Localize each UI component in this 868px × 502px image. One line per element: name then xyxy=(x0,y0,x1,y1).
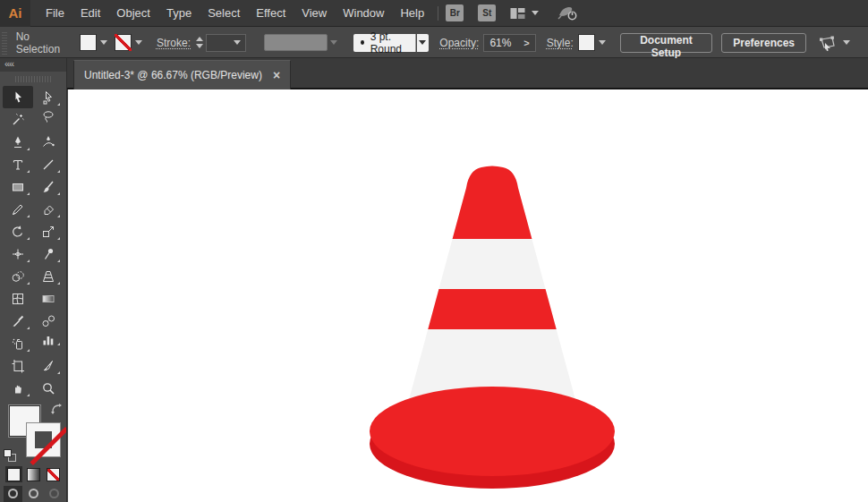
bridge-button[interactable]: Br xyxy=(446,4,464,21)
stroke-swatch-none[interactable] xyxy=(115,34,132,51)
artboard-tool[interactable] xyxy=(3,354,33,377)
opacity-value[interactable]: 61% xyxy=(489,37,511,49)
brush-preview-dot xyxy=(361,40,364,45)
opacity-field[interactable]: 61% > xyxy=(483,34,535,52)
menu-window[interactable]: Window xyxy=(335,0,392,27)
fill-swatch[interactable] xyxy=(80,34,97,51)
brush-definition-chevron[interactable] xyxy=(417,34,430,52)
graphic-style-control[interactable] xyxy=(578,34,606,51)
selection-tool[interactable] xyxy=(3,86,33,108)
stroke-color-control[interactable] xyxy=(115,34,142,51)
document-tab[interactable]: Untitled-3* @ 66.67% (RGB/Preview) × xyxy=(73,60,291,89)
chevron-down-icon[interactable] xyxy=(843,40,850,45)
flyout-indicator-icon xyxy=(27,215,30,217)
rectangle-tool[interactable] xyxy=(3,175,33,198)
mesh-tool[interactable] xyxy=(3,287,33,310)
style-panel-link[interactable]: Style: xyxy=(547,37,574,49)
menu-edit[interactable]: Edit xyxy=(72,0,108,27)
none-button[interactable] xyxy=(45,466,62,482)
menu-select[interactable]: Select xyxy=(200,0,248,27)
illustrator-window: Ai FileEditObjectTypeSelectEffectViewWin… xyxy=(0,0,868,502)
shaper-icon xyxy=(11,202,25,217)
stepper-up-icon[interactable] xyxy=(196,37,203,41)
menu-view[interactable]: View xyxy=(294,0,335,27)
slice-tool[interactable] xyxy=(33,354,64,377)
rotate-tool[interactable] xyxy=(3,220,33,242)
artboard-canvas[interactable] xyxy=(68,89,868,502)
zoom-tool[interactable] xyxy=(33,377,64,399)
menu-help[interactable]: Help xyxy=(392,0,432,27)
gradient-button[interactable] xyxy=(25,466,42,482)
shaper-tool[interactable] xyxy=(3,198,33,220)
menu-file[interactable]: File xyxy=(38,0,72,27)
panel-grip[interactable] xyxy=(2,31,7,55)
panel-collapse-button[interactable]: «« xyxy=(0,58,66,72)
flyout-indicator-icon xyxy=(57,343,60,345)
line-segment-icon xyxy=(41,157,55,172)
rotate-icon xyxy=(11,225,25,239)
select-similar-control[interactable] xyxy=(817,35,850,51)
traffic-cone-artwork[interactable] xyxy=(369,165,619,496)
opacity-expand-arrow[interactable]: > xyxy=(518,38,534,48)
swap-fill-stroke-icon[interactable] xyxy=(50,403,63,415)
stepper-down-icon[interactable] xyxy=(196,44,203,48)
gradient-tool[interactable] xyxy=(33,287,64,310)
perspective-grid-tool[interactable] xyxy=(33,265,64,287)
chevron-down-icon[interactable] xyxy=(135,40,142,45)
panel-drag-grip[interactable] xyxy=(15,76,51,82)
stock-button[interactable]: St xyxy=(478,4,496,21)
stroke-weight-stepper[interactable] xyxy=(196,37,203,48)
preferences-button[interactable]: Preferences xyxy=(721,33,806,53)
chevron-down-icon[interactable] xyxy=(100,40,107,45)
hand-tool[interactable] xyxy=(3,377,33,399)
draw-normal-icon[interactable] xyxy=(4,486,22,502)
opacity-panel-link[interactable]: Opacity: xyxy=(439,37,479,49)
eyedropper-tool[interactable] xyxy=(3,310,33,332)
pen-tool[interactable] xyxy=(3,131,33,153)
tool-grid xyxy=(0,86,66,399)
menu-object[interactable]: Object xyxy=(108,0,158,27)
menu-bar: Ai FileEditObjectTypeSelectEffectViewWin… xyxy=(0,0,868,27)
gpu-performance-icon[interactable] xyxy=(557,5,578,21)
column-graph-tool[interactable] xyxy=(33,332,64,348)
shape-builder-icon xyxy=(11,269,25,284)
width-icon xyxy=(11,247,25,261)
fill-color-control[interactable] xyxy=(80,34,107,51)
blend-tool[interactable] xyxy=(33,310,64,332)
direct-selection-tool[interactable] xyxy=(33,86,64,108)
mesh-icon xyxy=(11,292,25,306)
tab-close-icon[interactable]: × xyxy=(273,69,280,81)
stroke-color-box-none[interactable] xyxy=(27,423,60,456)
width-tool[interactable] xyxy=(3,242,33,265)
curvature-icon xyxy=(41,135,55,149)
brush-definition-dropdown[interactable]: 3 pt. Round xyxy=(353,34,416,52)
default-fill-stroke-icon[interactable] xyxy=(4,449,16,462)
artboard-icon xyxy=(11,359,25,373)
symbol-sprayer-tool[interactable] xyxy=(3,332,33,354)
flyout-indicator-icon xyxy=(27,394,30,396)
cone-base-top xyxy=(370,387,615,476)
line-segment-tool[interactable] xyxy=(33,153,64,175)
curvature-tool[interactable] xyxy=(33,131,64,153)
zoom-icon xyxy=(41,381,55,396)
puppet-warp-tool[interactable] xyxy=(33,242,64,265)
stroke-weight-dropdown[interactable] xyxy=(206,34,246,52)
color-button[interactable] xyxy=(5,466,22,482)
paintbrush-tool[interactable] xyxy=(33,175,64,198)
scale-tool[interactable] xyxy=(33,220,64,242)
stroke-panel-link[interactable]: Stroke: xyxy=(157,37,191,49)
draw-behind-icon[interactable] xyxy=(24,486,43,502)
eraser-tool[interactable] xyxy=(33,198,64,220)
paintbrush-icon xyxy=(41,180,55,194)
chevron-down-icon[interactable] xyxy=(599,40,606,45)
shape-builder-tool[interactable] xyxy=(3,265,33,287)
type-tool[interactable] xyxy=(3,153,33,175)
magic-wand-tool[interactable] xyxy=(3,108,33,131)
menu-type[interactable]: Type xyxy=(158,0,200,27)
workspace-switcher[interactable] xyxy=(510,7,539,20)
menu-effect[interactable]: Effect xyxy=(248,0,294,27)
draw-inside-icon[interactable] xyxy=(45,486,64,502)
document-setup-button[interactable]: Document Setup xyxy=(620,33,712,53)
style-swatch[interactable] xyxy=(578,34,595,51)
lasso-tool[interactable] xyxy=(33,108,64,124)
